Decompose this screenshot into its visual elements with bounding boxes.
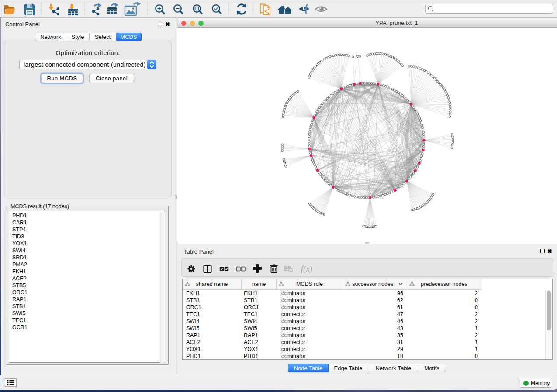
svg-text:f(x): f(x) [301, 264, 312, 274]
